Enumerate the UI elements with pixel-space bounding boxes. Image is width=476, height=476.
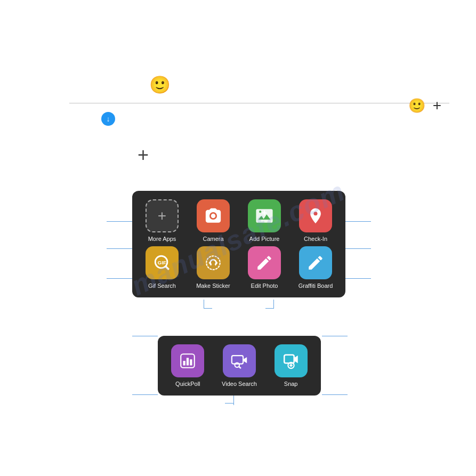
bracket-br-v bbox=[273, 300, 274, 308]
bracket-bp-left bbox=[132, 336, 158, 336]
app-item-make-sticker[interactable]: Make Sticker bbox=[190, 246, 237, 289]
top-right-actions: 🙂 + bbox=[408, 97, 441, 114]
bracket-bpb-left bbox=[132, 394, 158, 395]
svg-rect-5 bbox=[183, 361, 185, 366]
app-item-quickpoll[interactable]: QuickPoll bbox=[164, 344, 212, 387]
app-item-edit-photo[interactable]: Edit Photo bbox=[241, 246, 288, 289]
svg-line-1 bbox=[165, 266, 168, 269]
svg-rect-7 bbox=[190, 359, 192, 365]
download-icon[interactable] bbox=[101, 112, 115, 126]
video-search-label: Video Search bbox=[222, 381, 257, 387]
app-item-camera[interactable]: Camera bbox=[190, 199, 237, 242]
add-button[interactable]: + bbox=[433, 97, 441, 114]
app-item-gif-search[interactable]: GIF Gif Search bbox=[139, 246, 185, 289]
add-picture-label: Add Picture bbox=[249, 236, 280, 242]
check-in-label: Check-In bbox=[304, 236, 327, 242]
bottom-app-panel: QuickPoll Video Search Snap bbox=[158, 336, 321, 396]
emoji-button[interactable]: 🙂 bbox=[408, 98, 425, 114]
snap-label: Snap bbox=[284, 381, 298, 387]
bracket-mid-left-h bbox=[107, 248, 132, 249]
top-emoji-icon: 🙂 bbox=[149, 75, 171, 95]
bracket-right-h bbox=[345, 221, 371, 222]
bracket-bp-right bbox=[322, 336, 348, 336]
gif-search-label: Gif Search bbox=[148, 283, 176, 289]
bracket-bpb-hb bbox=[225, 403, 233, 404]
divider-line bbox=[69, 103, 449, 103]
bracket-mid-right-h bbox=[345, 248, 371, 249]
svg-rect-12 bbox=[284, 355, 294, 364]
quickpoll-label: QuickPoll bbox=[175, 381, 200, 387]
bracket-bpb-v bbox=[233, 394, 234, 405]
svg-rect-6 bbox=[187, 358, 189, 365]
more-apps-icon: + bbox=[146, 199, 179, 232]
app-item-graffiti-board[interactable]: Graffiti Board bbox=[292, 246, 339, 289]
snap-icon bbox=[275, 344, 308, 377]
camera-label: Camera bbox=[203, 236, 223, 242]
make-sticker-label: Make Sticker bbox=[196, 283, 230, 289]
app-item-video-search[interactable]: Video Search bbox=[216, 344, 263, 387]
app-item-snap[interactable]: Snap bbox=[267, 344, 314, 387]
svg-line-11 bbox=[239, 367, 241, 369]
bracket-r2-left bbox=[107, 278, 132, 279]
bracket-bl-v bbox=[204, 300, 204, 308]
app-item-more-apps[interactable]: + More Apps bbox=[139, 199, 185, 242]
graffiti-board-icon bbox=[299, 246, 332, 279]
bracket-left-h bbox=[107, 221, 132, 222]
top-app-panel: + More Apps Camera Add Picture Check-In … bbox=[132, 191, 345, 297]
bracket-bpb-right bbox=[322, 394, 348, 395]
graffiti-board-label: Graffiti Board bbox=[298, 283, 333, 289]
bracket-br-h bbox=[265, 308, 274, 309]
make-sticker-icon bbox=[197, 246, 230, 279]
edit-photo-icon bbox=[248, 246, 281, 279]
svg-point-3 bbox=[206, 256, 220, 270]
app-item-check-in[interactable]: Check-In bbox=[292, 199, 339, 242]
edit-photo-label: Edit Photo bbox=[251, 283, 278, 289]
svg-text:GIF: GIF bbox=[158, 260, 167, 265]
check-in-icon bbox=[299, 199, 332, 232]
add-picture-icon bbox=[248, 199, 281, 232]
svg-marker-9 bbox=[243, 357, 247, 363]
bracket-r2-right bbox=[345, 278, 371, 279]
more-apps-label: More Apps bbox=[148, 236, 176, 242]
bracket-bl-h bbox=[204, 308, 212, 309]
camera-icon bbox=[197, 199, 230, 232]
quickpoll-icon bbox=[171, 344, 204, 377]
big-plus-button[interactable]: + bbox=[138, 144, 149, 166]
video-search-icon bbox=[223, 344, 256, 377]
gif-search-icon: GIF bbox=[146, 246, 179, 279]
app-item-add-picture[interactable]: Add Picture bbox=[241, 199, 288, 242]
